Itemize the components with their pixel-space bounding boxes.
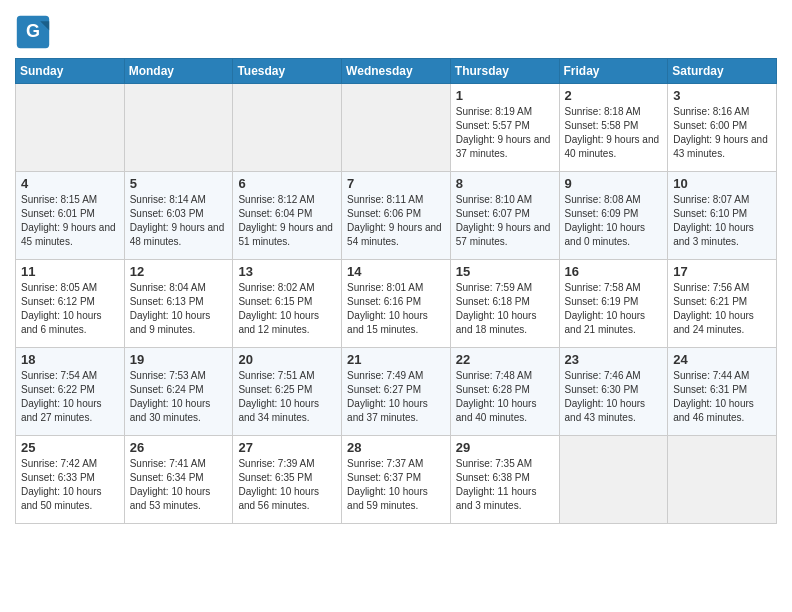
day-info: Sunrise: 7:35 AMSunset: 6:38 PMDaylight:… [456,457,554,513]
day-info: Sunrise: 7:53 AMSunset: 6:24 PMDaylight:… [130,369,228,425]
day-header-wednesday: Wednesday [342,59,451,84]
week-row-3: 11Sunrise: 8:05 AMSunset: 6:12 PMDayligh… [16,260,777,348]
day-cell: 4Sunrise: 8:15 AMSunset: 6:01 PMDaylight… [16,172,125,260]
day-info: Sunrise: 8:07 AMSunset: 6:10 PMDaylight:… [673,193,771,249]
day-cell: 27Sunrise: 7:39 AMSunset: 6:35 PMDayligh… [233,436,342,524]
day-number: 1 [456,88,554,103]
day-cell [124,84,233,172]
logo-icon: G [15,14,51,50]
day-number: 13 [238,264,336,279]
day-info: Sunrise: 7:39 AMSunset: 6:35 PMDaylight:… [238,457,336,513]
day-info: Sunrise: 8:16 AMSunset: 6:00 PMDaylight:… [673,105,771,161]
day-info: Sunrise: 8:01 AMSunset: 6:16 PMDaylight:… [347,281,445,337]
day-cell: 16Sunrise: 7:58 AMSunset: 6:19 PMDayligh… [559,260,668,348]
day-header-friday: Friday [559,59,668,84]
day-number: 10 [673,176,771,191]
day-info: Sunrise: 7:51 AMSunset: 6:25 PMDaylight:… [238,369,336,425]
week-row-5: 25Sunrise: 7:42 AMSunset: 6:33 PMDayligh… [16,436,777,524]
day-number: 20 [238,352,336,367]
day-number: 9 [565,176,663,191]
day-cell: 8Sunrise: 8:10 AMSunset: 6:07 PMDaylight… [450,172,559,260]
day-cell: 9Sunrise: 8:08 AMSunset: 6:09 PMDaylight… [559,172,668,260]
day-info: Sunrise: 8:04 AMSunset: 6:13 PMDaylight:… [130,281,228,337]
day-cell: 2Sunrise: 8:18 AMSunset: 5:58 PMDaylight… [559,84,668,172]
day-cell: 7Sunrise: 8:11 AMSunset: 6:06 PMDaylight… [342,172,451,260]
day-cell [342,84,451,172]
day-cell: 29Sunrise: 7:35 AMSunset: 6:38 PMDayligh… [450,436,559,524]
day-header-sunday: Sunday [16,59,125,84]
day-cell: 21Sunrise: 7:49 AMSunset: 6:27 PMDayligh… [342,348,451,436]
day-info: Sunrise: 7:58 AMSunset: 6:19 PMDaylight:… [565,281,663,337]
day-number: 3 [673,88,771,103]
day-cell: 25Sunrise: 7:42 AMSunset: 6:33 PMDayligh… [16,436,125,524]
day-header-saturday: Saturday [668,59,777,84]
calendar-page: G SundayMondayTuesdayWednesdayThursdayFr… [0,0,792,539]
day-cell: 3Sunrise: 8:16 AMSunset: 6:00 PMDaylight… [668,84,777,172]
day-number: 11 [21,264,119,279]
day-cell: 20Sunrise: 7:51 AMSunset: 6:25 PMDayligh… [233,348,342,436]
day-info: Sunrise: 8:10 AMSunset: 6:07 PMDaylight:… [456,193,554,249]
day-info: Sunrise: 8:08 AMSunset: 6:09 PMDaylight:… [565,193,663,249]
day-info: Sunrise: 8:18 AMSunset: 5:58 PMDaylight:… [565,105,663,161]
day-cell: 26Sunrise: 7:41 AMSunset: 6:34 PMDayligh… [124,436,233,524]
day-header-monday: Monday [124,59,233,84]
day-cell: 11Sunrise: 8:05 AMSunset: 6:12 PMDayligh… [16,260,125,348]
day-info: Sunrise: 8:12 AMSunset: 6:04 PMDaylight:… [238,193,336,249]
week-row-1: 1Sunrise: 8:19 AMSunset: 5:57 PMDaylight… [16,84,777,172]
day-cell: 14Sunrise: 8:01 AMSunset: 6:16 PMDayligh… [342,260,451,348]
day-info: Sunrise: 7:48 AMSunset: 6:28 PMDaylight:… [456,369,554,425]
calendar-table: SundayMondayTuesdayWednesdayThursdayFrid… [15,58,777,524]
day-cell: 10Sunrise: 8:07 AMSunset: 6:10 PMDayligh… [668,172,777,260]
day-cell [559,436,668,524]
day-number: 12 [130,264,228,279]
day-cell [668,436,777,524]
day-number: 4 [21,176,119,191]
day-number: 17 [673,264,771,279]
day-number: 23 [565,352,663,367]
day-cell: 24Sunrise: 7:44 AMSunset: 6:31 PMDayligh… [668,348,777,436]
calendar-body: 1Sunrise: 8:19 AMSunset: 5:57 PMDaylight… [16,84,777,524]
day-number: 28 [347,440,445,455]
day-header-thursday: Thursday [450,59,559,84]
day-cell [233,84,342,172]
day-number: 25 [21,440,119,455]
day-number: 5 [130,176,228,191]
day-number: 19 [130,352,228,367]
day-info: Sunrise: 8:11 AMSunset: 6:06 PMDaylight:… [347,193,445,249]
day-number: 26 [130,440,228,455]
day-number: 18 [21,352,119,367]
day-info: Sunrise: 7:42 AMSunset: 6:33 PMDaylight:… [21,457,119,513]
logo: G [15,14,53,50]
day-number: 8 [456,176,554,191]
day-cell: 22Sunrise: 7:48 AMSunset: 6:28 PMDayligh… [450,348,559,436]
day-info: Sunrise: 8:15 AMSunset: 6:01 PMDaylight:… [21,193,119,249]
day-number: 16 [565,264,663,279]
week-row-4: 18Sunrise: 7:54 AMSunset: 6:22 PMDayligh… [16,348,777,436]
day-info: Sunrise: 7:59 AMSunset: 6:18 PMDaylight:… [456,281,554,337]
day-cell [16,84,125,172]
day-cell: 5Sunrise: 8:14 AMSunset: 6:03 PMDaylight… [124,172,233,260]
day-cell: 23Sunrise: 7:46 AMSunset: 6:30 PMDayligh… [559,348,668,436]
day-info: Sunrise: 7:44 AMSunset: 6:31 PMDaylight:… [673,369,771,425]
day-cell: 18Sunrise: 7:54 AMSunset: 6:22 PMDayligh… [16,348,125,436]
page-header: G [15,10,777,50]
day-cell: 13Sunrise: 8:02 AMSunset: 6:15 PMDayligh… [233,260,342,348]
day-number: 15 [456,264,554,279]
day-info: Sunrise: 7:37 AMSunset: 6:37 PMDaylight:… [347,457,445,513]
day-info: Sunrise: 8:02 AMSunset: 6:15 PMDaylight:… [238,281,336,337]
calendar-header: SundayMondayTuesdayWednesdayThursdayFrid… [16,59,777,84]
svg-text:G: G [26,21,40,41]
day-number: 29 [456,440,554,455]
day-info: Sunrise: 8:19 AMSunset: 5:57 PMDaylight:… [456,105,554,161]
day-info: Sunrise: 7:41 AMSunset: 6:34 PMDaylight:… [130,457,228,513]
day-cell: 12Sunrise: 8:04 AMSunset: 6:13 PMDayligh… [124,260,233,348]
day-info: Sunrise: 7:46 AMSunset: 6:30 PMDaylight:… [565,369,663,425]
day-number: 22 [456,352,554,367]
day-cell: 15Sunrise: 7:59 AMSunset: 6:18 PMDayligh… [450,260,559,348]
day-info: Sunrise: 7:49 AMSunset: 6:27 PMDaylight:… [347,369,445,425]
day-info: Sunrise: 7:54 AMSunset: 6:22 PMDaylight:… [21,369,119,425]
day-cell: 17Sunrise: 7:56 AMSunset: 6:21 PMDayligh… [668,260,777,348]
day-number: 2 [565,88,663,103]
day-number: 6 [238,176,336,191]
day-cell: 6Sunrise: 8:12 AMSunset: 6:04 PMDaylight… [233,172,342,260]
